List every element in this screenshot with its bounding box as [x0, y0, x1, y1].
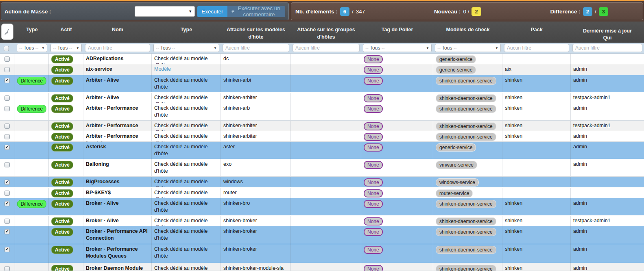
filter-poller-tag-select[interactable]: -- Tous -- ▼	[363, 44, 432, 52]
host-templates: shinken-broker	[223, 228, 257, 235]
table-row[interactable]: Activé Broker - Performance Modules Queu…	[0, 244, 644, 263]
service-name[interactable]: Arbiter - Performance	[86, 122, 138, 129]
execute-button[interactable]: Exécuter	[197, 6, 227, 17]
host-templates: shinken-arbi	[223, 77, 251, 84]
filter-check-templates-select[interactable]: -- Tous -- ▼	[435, 44, 501, 52]
filter-last-update-input[interactable]	[572, 44, 642, 52]
table-row[interactable]: Activé Arbiter - Performance Check dédié…	[0, 121, 644, 131]
header-col-type[interactable]: Type	[152, 22, 221, 43]
service-name[interactable]: Arbiter - Alive	[86, 94, 119, 101]
row-checkbox[interactable]	[4, 78, 10, 83]
table-row[interactable]: Différence Activé Arbiter - Alive Check …	[0, 75, 644, 93]
filter-type-select[interactable]: -- Tous -- ▼	[153, 44, 219, 52]
row-checkbox[interactable]	[4, 201, 10, 206]
header-col-actif[interactable]: Actif	[49, 22, 83, 43]
row-checkbox[interactable]	[4, 229, 10, 234]
table-row[interactable]: Différence Activé Broker - Alive Check d…	[0, 198, 644, 216]
filter-nom-input[interactable]	[85, 44, 150, 52]
table-row[interactable]: Activé Arbiter - Performance [copie] Che…	[0, 131, 644, 142]
service-type: Check dédié au modèle d'hôte	[154, 189, 218, 198]
poller-tag-badge: None	[364, 217, 383, 225]
active-badge: Activé	[51, 228, 73, 236]
execute-with-comment-button[interactable]: Exécuter avec un commentaire	[227, 6, 285, 17]
service-name[interactable]: Balloning	[86, 161, 109, 168]
header-col-host-groups[interactable]: Attaché sur les groupes d'hôtes	[291, 22, 361, 43]
pack: shinken	[505, 265, 522, 271]
select-all-checkbox[interactable]	[4, 46, 9, 51]
service-name[interactable]: Arbiter - Performance	[86, 105, 138, 112]
table-row[interactable]: Activé Balloning Check dédié au modèle d…	[0, 159, 644, 177]
service-name[interactable]: Broker - Alive	[86, 200, 119, 207]
row-checkbox[interactable]	[4, 145, 10, 150]
filter-select-value: -- Tous --	[437, 45, 457, 51]
row-checkbox[interactable]	[4, 162, 10, 167]
elements-total: 347	[356, 9, 365, 15]
row-checkbox[interactable]	[4, 180, 10, 185]
service-name[interactable]: Broker - Performance Modules Queues	[86, 246, 149, 260]
filter-type-badge-select[interactable]: -- Tous -- ▼	[17, 44, 47, 52]
last-update-user: admin	[573, 66, 587, 73]
header-col-nom[interactable]: Nom	[83, 22, 152, 43]
table-row[interactable]: Activé Arbiter - Alive Check dédié au mo…	[0, 93, 644, 103]
row-checkbox[interactable]	[4, 247, 10, 252]
poller-tag-badge: None	[364, 143, 383, 152]
service-type: Check dédié au modèle d'hôte	[154, 178, 218, 187]
last-update-user: admin	[573, 200, 587, 207]
row-checkbox[interactable]	[4, 134, 10, 139]
header-col-host-templates[interactable]: Attaché sur les modèles d'hôte	[221, 22, 291, 43]
service-name[interactable]: ADReplications	[86, 55, 123, 62]
check-template-badge: shinken-daemon-service	[436, 77, 496, 85]
check-template-badge: shinken-daemon-service	[436, 200, 496, 208]
poller-tag-badge: None	[364, 246, 383, 254]
table-row[interactable]: Activé ADReplications Check dédié au mod…	[0, 54, 644, 64]
filter-actif-select[interactable]: -- Tous -- ▼	[50, 44, 82, 52]
last-update-user: testpack-admin1	[573, 94, 611, 101]
row-checkbox[interactable]	[4, 124, 10, 129]
table-row[interactable]: Activé Broker - Performance API Connecti…	[0, 226, 644, 244]
row-checkbox[interactable]	[4, 266, 10, 271]
service-name[interactable]: Broker - Alive	[86, 217, 119, 224]
table-row[interactable]: Activé Broker Daemon Module SLA Check dé…	[0, 263, 644, 271]
service-type: Check dédié au modèle d'hôte	[154, 228, 218, 242]
pack: shinken	[505, 94, 522, 101]
table-row[interactable]: Activé BP-$KEY$ Check dédié au modèle d'…	[0, 188, 644, 198]
table-row[interactable]: Activé Asterisk Check dédié au modèle d'…	[0, 142, 644, 159]
clear-filters-button[interactable]	[1, 24, 13, 40]
service-name[interactable]: BigProcesses	[86, 178, 120, 185]
service-name[interactable]: Arbiter - Performance [copie]	[86, 133, 149, 141]
service-type: Check dédié au modèle d'hôte	[154, 265, 218, 271]
check-template-badge: router-service	[436, 189, 473, 197]
filter-host-templates-input[interactable]	[223, 44, 289, 52]
row-checkbox[interactable]	[4, 95, 10, 101]
service-name[interactable]: Broker - Performance API Connection	[86, 228, 149, 242]
elements-selected-badge: 6	[340, 7, 349, 16]
header-col-poller-tag[interactable]: Tag de Poller	[361, 22, 433, 43]
mass-action-select[interactable]: ▼	[135, 6, 195, 17]
row-checkbox[interactable]	[4, 56, 10, 62]
table-row[interactable]: Activé BigProcesses Check dédié au modèl…	[0, 177, 644, 188]
table-row[interactable]: Différence Activé Arbiter - Performance …	[0, 103, 644, 121]
active-badge: Activé	[51, 133, 73, 141]
service-name[interactable]: BP-$KEY$	[86, 189, 111, 196]
header-col-last-update[interactable]: Dernière mise à jour Qui	[571, 22, 644, 43]
row-checkbox[interactable]	[4, 191, 10, 196]
service-name[interactable]: Broker Daemon Module SLA	[86, 265, 149, 271]
filter-pack-input[interactable]	[504, 44, 569, 52]
stats-panel: Nb. d'éléments : 6 / 347 Nouveau : 0 / 2…	[291, 2, 643, 20]
service-name[interactable]: Arbiter - Alive	[86, 77, 119, 84]
table-row[interactable]: Activé aix-service Modèle None generic-s…	[0, 64, 644, 75]
service-type: Check dédié au modèle d'hôte	[154, 200, 218, 214]
row-checkbox[interactable]	[4, 106, 10, 111]
table-row[interactable]: Activé Broker - Alive Check dédié au mod…	[0, 216, 644, 226]
header-col-type-badge[interactable]: Type	[15, 22, 49, 43]
row-checkbox[interactable]	[4, 67, 10, 72]
service-type: Check dédié au modèle d'hôte	[154, 94, 218, 103]
pack: shinken	[505, 200, 522, 207]
header-col-check-templates[interactable]: Modèles de check	[433, 22, 502, 43]
pack: shinken	[505, 133, 522, 140]
row-checkbox[interactable]	[4, 219, 10, 224]
filter-host-groups-input[interactable]	[293, 44, 360, 52]
service-name[interactable]: Asterisk	[86, 143, 106, 150]
service-name[interactable]: aix-service	[86, 66, 112, 73]
header-col-pack[interactable]: Pack	[502, 22, 571, 43]
